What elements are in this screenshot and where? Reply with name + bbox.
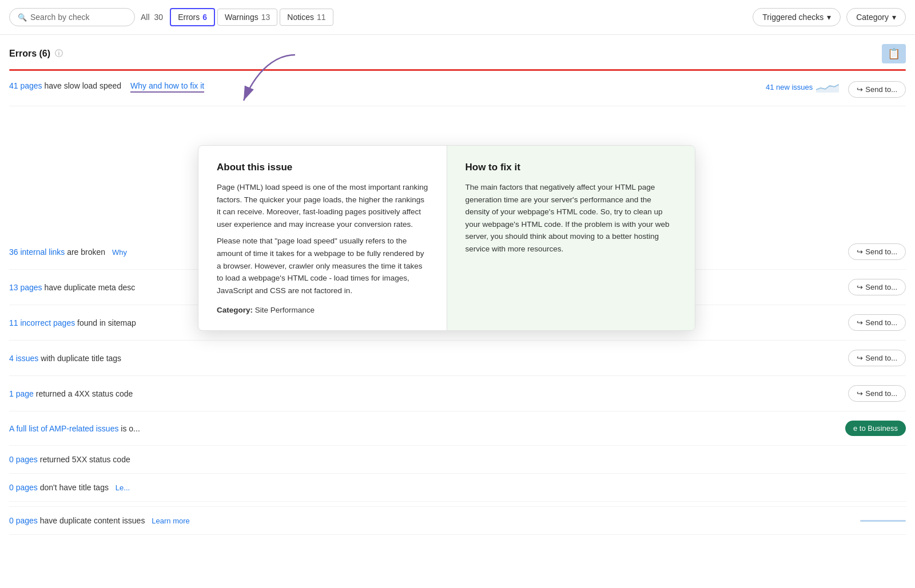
issue-row-no-title: 0 pages don't have title tags Le... xyxy=(9,474,906,502)
slow-load-link[interactable]: 41 pages xyxy=(9,81,42,90)
progress-bar xyxy=(860,520,906,522)
warnings-count: 13 xyxy=(261,13,270,22)
issue-text-dup-content: 0 pages have duplicate content issues Le… xyxy=(9,516,860,525)
send-btn-4xx[interactable]: ↪ Send to... xyxy=(848,385,906,402)
amp-link[interactable]: A full list of AMP-related issues xyxy=(9,424,118,433)
chart-button[interactable]: 📋 xyxy=(882,44,906,63)
send-btn-sitemap[interactable]: ↪ Send to... xyxy=(848,314,906,331)
search-placeholder: Search by check xyxy=(30,13,90,22)
send-icon: ↪ xyxy=(857,247,863,256)
errors-title: Errors (6) xyxy=(9,49,50,59)
tooltip-right: How to fix it The main factors that nega… xyxy=(447,146,695,330)
issue-row-4xx: 1 page returned a 4XX status code ↪ Send… xyxy=(9,376,906,411)
chevron-down-icon: ▾ xyxy=(892,13,896,22)
info-icon[interactable]: ⓘ xyxy=(55,49,63,59)
notices-filter-btn[interactable]: Notices 11 xyxy=(280,9,333,26)
notices-label: Notices xyxy=(287,13,314,22)
send-btn-dup-title[interactable]: ↪ Send to... xyxy=(848,350,906,366)
issue-text-amp: A full list of AMP-related issues is o..… xyxy=(9,424,845,433)
errors-filter-btn[interactable]: Errors 6 xyxy=(170,8,215,26)
tooltip-popup: About this issue Page (HTML) load speed … xyxy=(198,145,695,331)
send-btn-broken-links[interactable]: ↪ Send to... xyxy=(848,243,906,260)
search-icon: 🔍 xyxy=(18,13,27,22)
triggered-checks-btn[interactable]: Triggered checks ▾ xyxy=(753,8,841,26)
errors-count: 6 xyxy=(202,13,207,22)
errors-header: Errors (6) ⓘ 📋 xyxy=(9,35,906,63)
send-icon: ↪ xyxy=(857,85,863,94)
issue-row-dup-title: 4 issues with duplicate title tags ↪ Sen… xyxy=(9,341,906,376)
learn-more-link-title[interactable]: Le... xyxy=(116,483,130,492)
dup-meta-link[interactable]: 13 pages xyxy=(9,283,42,292)
filter-buttons: All 30 Errors 6 Warnings 13 Notices 11 xyxy=(141,8,333,26)
all-label: All xyxy=(141,13,150,22)
sitemap-link[interactable]: 11 incorrect pages xyxy=(9,318,75,327)
chevron-down-icon: ▾ xyxy=(827,13,831,22)
broken-links-link[interactable]: 36 internal links xyxy=(9,247,65,257)
issue-text-no-title: 0 pages don't have title tags Le... xyxy=(9,483,906,492)
tooltip-left: About this issue Page (HTML) load speed … xyxy=(198,146,447,330)
send-btn-dup-meta[interactable]: ↪ Send to... xyxy=(848,279,906,295)
send-icon: ↪ xyxy=(857,318,863,327)
new-issues-badge: 41 new issues xyxy=(766,81,839,93)
issue-row-amp: A full list of AMP-related issues is o..… xyxy=(9,411,906,446)
category-btn[interactable]: Category ▾ xyxy=(846,8,906,26)
search-box[interactable]: 🔍 Search by check xyxy=(9,8,135,26)
tooltip-category: Category: Site Performance xyxy=(217,306,428,314)
tooltip-about-body: Page (HTML) load speed is one of the mos… xyxy=(217,181,428,297)
issue-text-slow-load: 41 pages have slow load speed Why and ho… xyxy=(9,81,766,90)
chart-sparkline xyxy=(816,81,839,93)
tooltip-about-title: About this issue xyxy=(217,162,428,173)
dup-title-link[interactable]: 4 issues xyxy=(9,354,38,363)
tooltip-fix-title: How to fix it xyxy=(466,162,677,173)
learn-more-link[interactable]: Learn more xyxy=(152,517,189,525)
issue-row-5xx: 0 pages returned 5XX status code xyxy=(9,446,906,474)
send-icon: ↪ xyxy=(857,354,863,362)
5xx-link[interactable]: 0 pages xyxy=(9,455,38,464)
send-btn-slow-load[interactable]: ↪ Send to... xyxy=(848,81,906,98)
send-icon: ↪ xyxy=(857,389,863,398)
all-count: 30 xyxy=(154,13,164,22)
issue-text-4xx: 1 page returned a 4XX status code xyxy=(9,389,848,398)
issue-row-dup-content: 0 pages have duplicate content issues Le… xyxy=(9,506,906,535)
dup-content-link[interactable]: 0 pages xyxy=(9,516,38,525)
errors-label: Errors xyxy=(178,13,200,22)
new-issues-text: 41 new issues xyxy=(766,83,813,91)
top-bar: 🔍 Search by check All 30 Errors 6 Warnin… xyxy=(0,0,915,35)
why-fix-link[interactable]: Why and how to fix it xyxy=(130,81,204,93)
send-btn-amp[interactable]: e to Business xyxy=(845,421,906,436)
warnings-label: Warnings xyxy=(225,13,258,22)
tooltip-fix-body: The main factors that negatively affect … xyxy=(466,181,677,255)
issue-text-5xx: 0 pages returned 5XX status code xyxy=(9,455,906,464)
no-title-link[interactable]: 0 pages xyxy=(9,483,38,492)
issue-row-slow-load: 41 pages have slow load speed Why and ho… xyxy=(9,71,906,106)
notices-count: 11 xyxy=(317,13,326,22)
4xx-link[interactable]: 1 page xyxy=(9,389,34,398)
send-icon: ↪ xyxy=(857,283,863,291)
warnings-filter-btn[interactable]: Warnings 13 xyxy=(217,9,277,26)
issue-text-dup-title: 4 issues with duplicate title tags xyxy=(9,354,848,363)
main-content: Errors (6) ⓘ 📋 41 pages have slow load s… xyxy=(0,35,915,535)
issue-list: 41 pages have slow load speed Why and ho… xyxy=(9,71,906,502)
why-link-broken[interactable]: Why xyxy=(112,248,127,257)
